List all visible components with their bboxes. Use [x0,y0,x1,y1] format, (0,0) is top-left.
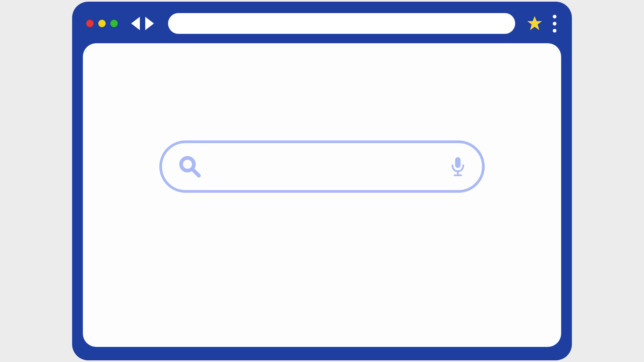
microphone-icon [450,157,466,177]
svg-line-4 [192,169,199,176]
address-bar[interactable] [168,13,515,34]
svg-marker-1 [145,17,154,30]
window-controls [86,20,118,27]
svg-rect-5 [455,157,461,168]
bookmark-button[interactable] [527,15,543,32]
svg-marker-2 [527,16,542,30]
browser-window [72,2,572,360]
maximize-window-button[interactable] [110,20,118,27]
nav-back-icon [130,16,143,31]
voice-search-button[interactable] [450,157,466,177]
search-icon [178,155,202,178]
kebab-dot-icon [553,15,556,18]
more-menu-button[interactable] [551,15,558,33]
kebab-dot-icon [553,29,556,33]
svg-marker-0 [131,17,140,30]
nav-arrows [130,16,155,31]
minimize-window-button[interactable] [98,20,106,27]
back-button[interactable] [130,16,143,31]
search-input[interactable] [210,143,442,190]
nav-forward-icon [143,16,155,31]
close-window-button[interactable] [86,20,94,27]
browser-viewport [83,43,561,347]
browser-toolbar [83,11,561,43]
star-icon [527,15,543,32]
kebab-dot-icon [553,22,556,25]
search-box[interactable] [159,140,485,193]
forward-button[interactable] [143,16,155,31]
